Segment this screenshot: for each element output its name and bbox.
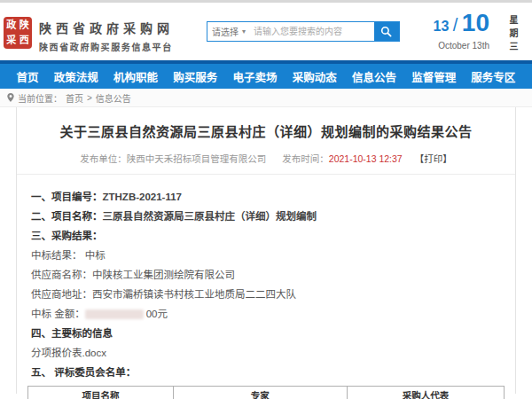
breadcrumb-home[interactable]: 首页 xyxy=(66,91,83,105)
table-header-row: 项目名称 专家 采购人代表 xyxy=(28,387,505,399)
main-subject-heading: 四、主要标的信息 xyxy=(31,328,501,340)
date-english: October 13th xyxy=(434,41,489,51)
project-number-value: ZTHZB-2021-117 xyxy=(103,192,182,202)
publisher-label: 发布单位： xyxy=(80,153,127,164)
main-nav: 首页 政策法规 机构职能 购买服务 电子卖场 采购动态 信息公告 监督管理 服务… xyxy=(0,64,532,89)
project-number-label: 一、项目编号： xyxy=(31,192,103,202)
nav-item-home[interactable]: 首页 xyxy=(17,68,39,85)
site-logo-seal: 政 陕 采 西 xyxy=(4,17,32,49)
page-title: 关于三原县自然资源局三原县村庄（详细）规划编制的采购结果公告 xyxy=(17,121,515,140)
date-day: 13 xyxy=(434,19,450,34)
logo-char: 西 xyxy=(19,34,31,48)
nav-item-procurement-news[interactable]: 采购动态 xyxy=(293,68,337,85)
date-widget: 13 / 10 October 13th xyxy=(434,10,489,51)
article-meta: 发布单位：陕西中天禾招标项目管理有限公司发布时间：2021-10-13 12:3… xyxy=(17,152,515,165)
site-header: 政 陕 采 西 陕西省政府采购网 陕西省政府购买服务信息平台 请选择 ▾ 13 … xyxy=(0,3,532,60)
project-name-line: 二、项目名称：三原县自然资源局三原县村庄（详细）规划编制 xyxy=(31,211,501,223)
search-icon xyxy=(380,26,392,37)
nav-item-purchase-services[interactable]: 购买服务 xyxy=(173,68,217,85)
site-title: 陕西省政府采购网 xyxy=(39,19,174,36)
bid-amount-line: 中标 金额：00元 xyxy=(31,309,501,320)
article-container: 关于三原县自然资源局三原县村庄（详细）规划编制的采购结果公告 发布单位：陕西中天… xyxy=(16,107,516,394)
search-input[interactable] xyxy=(250,22,374,41)
attachment-link[interactable]: 分项报价表.docx xyxy=(31,348,501,359)
publish-time-label: 发布时间： xyxy=(282,153,329,164)
weekday-label: 星期三 xyxy=(506,15,520,55)
search-bar: 请选择 ▾ xyxy=(207,21,400,42)
committee-table-wrap: 项目名称 专家 采购人代表 三原县自然资源局三原县村庄（详细）规划编制 崔芳芳、… xyxy=(17,379,515,399)
procurement-result-heading: 三、采购结果： xyxy=(31,231,501,242)
print-button[interactable]: 【打印】 xyxy=(415,153,452,164)
date-month: 10 xyxy=(462,9,489,36)
site-subtitle: 陕西省政府购买服务信息平台 xyxy=(39,40,174,53)
supplier-name-line: 供应商名称：中陕核工业集团测绘院有限公司 xyxy=(31,270,501,281)
publisher-name: 陕西中天禾招标项目管理有限公司 xyxy=(127,153,267,164)
nav-item-policies[interactable]: 政策法规 xyxy=(54,68,98,85)
search-button[interactable] xyxy=(374,22,399,41)
bid-amount-suffix: 00元 xyxy=(146,309,168,319)
search-category-select[interactable]: 请选择 ▾ xyxy=(207,22,250,41)
logo-char: 采 xyxy=(5,34,18,48)
project-name-label: 二、项目名称： xyxy=(31,211,103,222)
redacted-amount xyxy=(85,309,144,319)
nav-item-e-marketplace[interactable]: 电子卖场 xyxy=(232,68,277,85)
breadcrumb: 当前位置： 首页 > 信息公告 xyxy=(0,89,532,107)
chevron-down-icon: ▾ xyxy=(242,27,246,35)
committee-table: 项目名称 专家 采购人代表 三原县自然资源局三原县村庄（详细）规划编制 崔芳芳、… xyxy=(27,386,505,399)
bid-result-line: 中标结果： 中标 xyxy=(31,250,501,262)
date-numeric: 13 / 10 xyxy=(434,10,489,40)
nav-item-functions[interactable]: 机构职能 xyxy=(113,68,158,85)
bid-amount-label: 中标 金额： xyxy=(31,309,85,319)
location-pin-icon xyxy=(7,93,14,102)
breadcrumb-prefix: 当前位置： xyxy=(18,91,62,105)
nav-item-service-zone[interactable]: 服务专区 xyxy=(471,68,515,85)
col-header-experts: 专家 xyxy=(173,387,347,399)
breadcrumb-current[interactable]: 信息公告 xyxy=(96,91,131,105)
project-number-line: 一、项目编号：ZTHZB-2021-117 xyxy=(31,192,501,203)
col-header-project-name: 项目名称 xyxy=(28,387,174,399)
publish-time: 2021-10-13 12:37 xyxy=(329,153,403,164)
nav-item-supervision[interactable]: 监督管理 xyxy=(411,68,456,85)
date-separator: / xyxy=(453,15,458,35)
breadcrumb-separator: > xyxy=(87,93,92,103)
nav-item-announcements[interactable]: 信息公告 xyxy=(352,68,396,85)
logo-char: 陕 xyxy=(19,19,31,33)
committee-heading: 五、 评标委员会名单： xyxy=(31,367,501,379)
supplier-address-line: 供应商地址：西安市灞桥镇读书村核工业地质局二二四大队 xyxy=(31,289,501,301)
search-select-label: 请选择 xyxy=(212,25,239,38)
logo-char: 政 xyxy=(5,19,18,33)
col-header-purchaser-reps: 采购人代表 xyxy=(347,387,504,399)
site-titles: 陕西省政府采购网 陕西省政府购买服务信息平台 xyxy=(39,19,174,53)
project-name-value: 三原县自然资源局三原县村庄（详细）规划编制 xyxy=(103,211,317,222)
article-body: 一、项目编号：ZTHZB-2021-117 二、项目名称：三原县自然资源局三原县… xyxy=(17,175,515,379)
